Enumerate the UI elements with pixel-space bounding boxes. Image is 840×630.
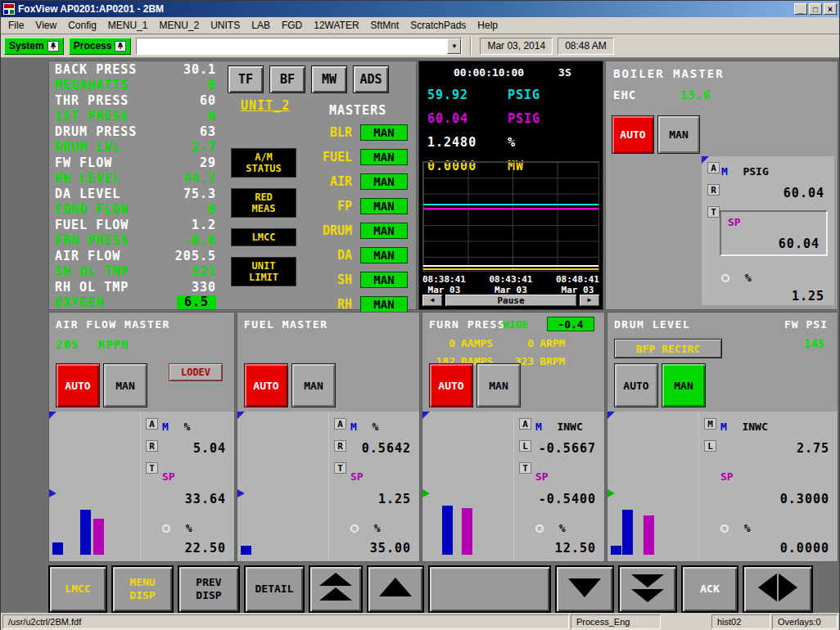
trend-scroll-left-button[interactable]: ◀ (422, 294, 443, 307)
faceplate-bar (442, 506, 453, 555)
bfp-recirc-button[interactable]: BFP RECIRC (614, 339, 722, 358)
lmcc-button[interactable]: LMCC (48, 565, 107, 613)
boiler-faceplate: ART M PSIG 60.04 SP 60.04 % 1.25 (702, 156, 834, 305)
page-down-button[interactable] (555, 565, 614, 613)
navigate-diamond-button[interactable] (743, 565, 813, 613)
trend-timespan: 00:00:10:00 (454, 66, 524, 79)
page-up-fast-button[interactable] (309, 565, 363, 613)
trend-pen-value: 59.92 (427, 88, 508, 102)
trend-header: 00:00:10:00 3S (419, 66, 603, 79)
process-value-row: OXYGEN 6.5 (49, 295, 223, 310)
measurement-header: M PSIG (721, 163, 769, 178)
faceplate-bar-graph (49, 412, 141, 561)
page-up-button[interactable] (367, 565, 424, 613)
man-button[interactable]: MAN (662, 363, 706, 407)
menu-item[interactable]: View (29, 18, 62, 33)
man-button[interactable]: MAN (657, 115, 700, 154)
status-letter: R (146, 440, 158, 452)
man-button[interactable]: MAN (103, 363, 147, 407)
process-value-label: AIR FLOW (55, 249, 120, 263)
unit-select-button[interactable]: ADS (353, 65, 389, 93)
page-down-fast-button[interactable] (618, 565, 677, 613)
minimize-button[interactable]: _ (794, 3, 807, 15)
lodev-button[interactable]: LODEV (169, 363, 223, 381)
measurement-label: M (350, 421, 357, 433)
man-button[interactable]: MAN (291, 363, 336, 407)
master-mode-button[interactable]: MAN (360, 149, 408, 165)
unit-select-button[interactable]: BF (269, 65, 305, 93)
master-mode-button[interactable]: MAN (360, 124, 408, 141)
master-mode-button[interactable]: MAN (360, 247, 408, 263)
fan-b-value: 0 (503, 335, 534, 353)
dcs-display-area: BACK PRESS 30.1 MEGAWATTS 0 THR PRESS 60 (1, 58, 839, 613)
process-value: 2.7 (192, 140, 216, 155)
master-mode-button[interactable]: MAN (360, 296, 408, 313)
faceplate-bar (52, 542, 63, 555)
masters-area: TFBFMWADS UNIT_2 MASTERS A/M STATUSRED M… (223, 61, 416, 309)
menu-item[interactable]: Help (472, 18, 504, 33)
maximize-button[interactable]: □ (809, 3, 822, 15)
display-combobox[interactable]: ▼ (136, 38, 462, 55)
trend-time-label: 08:48:41 Mar 03 (556, 274, 599, 295)
measurement-header: M % (350, 418, 378, 434)
process-value: 0 (208, 202, 216, 217)
unit-select-button[interactable]: TF (228, 65, 264, 93)
process-value-label: THR PRESS (55, 93, 129, 108)
process-button[interactable]: Process (69, 38, 132, 55)
controller-header: FUEL MASTER AUTO MAN (237, 313, 419, 412)
auto-button[interactable]: AUTO (614, 363, 658, 407)
auto-button[interactable]: AUTO (56, 363, 100, 407)
menu-item[interactable]: FGD (276, 18, 308, 33)
master-mode-button[interactable]: MAN (360, 223, 408, 239)
menu-item[interactable]: 12WATER (308, 18, 364, 33)
prev-disp-button[interactable]: PREV DISP (178, 565, 240, 613)
setpoint-label: SP (720, 470, 734, 483)
man-button[interactable]: MAN (476, 363, 521, 407)
setpoint-value[interactable]: 33.64 (185, 492, 226, 506)
master-mode-button[interactable]: MAN (360, 272, 408, 288)
menu-item[interactable]: MENU_1 (102, 18, 154, 33)
trend-scroll-right-button[interactable]: ▶ (579, 294, 600, 307)
ehc-readout: EHC 13.6 (613, 88, 711, 101)
menu-disp-button[interactable]: MENU DISP (111, 565, 174, 613)
setpoint-box[interactable]: SP 60.04 (720, 210, 828, 256)
measurement-value: 0.5642 (362, 441, 411, 456)
process-value-row: FW FLOW 29 (49, 155, 223, 170)
close-button[interactable]: × (824, 3, 837, 15)
system-button[interactable]: System (4, 38, 64, 55)
auto-button[interactable]: AUTO (612, 115, 654, 154)
master-mode-button[interactable]: MAN (360, 198, 408, 214)
detail-button[interactable]: DETAIL (244, 565, 305, 613)
faceplate-bar (462, 508, 472, 555)
menubar: FileViewConfigMENU_1MENU_2UNITSLABFGD12W… (1, 17, 839, 34)
ack-button[interactable]: ACK (681, 565, 738, 613)
setpoint-value[interactable]: -0.5400 (539, 492, 596, 506)
setpoint-value[interactable]: 0.3000 (780, 492, 829, 506)
process-value-label: FW FLOW (55, 155, 112, 170)
output-value: 12.50 (555, 541, 596, 556)
menu-item[interactable]: File (2, 18, 29, 33)
master-loop-label: FUEL (323, 150, 352, 164)
menu-item[interactable]: SftMnt (365, 18, 405, 33)
auto-button[interactable]: AUTO (244, 363, 288, 407)
setpoint-value[interactable]: 1.25 (378, 492, 411, 506)
combobox-dropdown-icon[interactable]: ▼ (447, 38, 461, 54)
menu-item[interactable]: LAB (246, 18, 276, 33)
menu-item[interactable]: ScratchPads (404, 18, 472, 33)
master-mode-button[interactable]: MAN (360, 173, 408, 190)
status-letter: R (334, 440, 346, 452)
unit-select-button[interactable]: MW (311, 65, 347, 93)
menu-item[interactable]: MENU_2 (154, 18, 205, 33)
process-value-label: DRUM PRESS (55, 124, 137, 139)
trend-pause-button[interactable]: Pause (445, 294, 577, 307)
menu-item[interactable]: Config (62, 18, 102, 33)
blank-button[interactable] (428, 565, 551, 613)
auto-button[interactable]: AUTO (429, 363, 473, 407)
measurement-header: M INWC (535, 418, 583, 434)
menu-item[interactable]: UNITS (205, 18, 246, 33)
process-value-row: THR PRESS 60 (49, 92, 223, 108)
process-value: 321 (192, 264, 216, 279)
titlebar[interactable]: FoxView AP0201:AP0201 - 2BM _ □ × (1, 1, 839, 17)
boiler-master-panel: BOILER MASTER EHC 13.6 AUTO MAN ART M PS… (605, 61, 838, 310)
fan-b-units: BRPM (540, 355, 565, 367)
